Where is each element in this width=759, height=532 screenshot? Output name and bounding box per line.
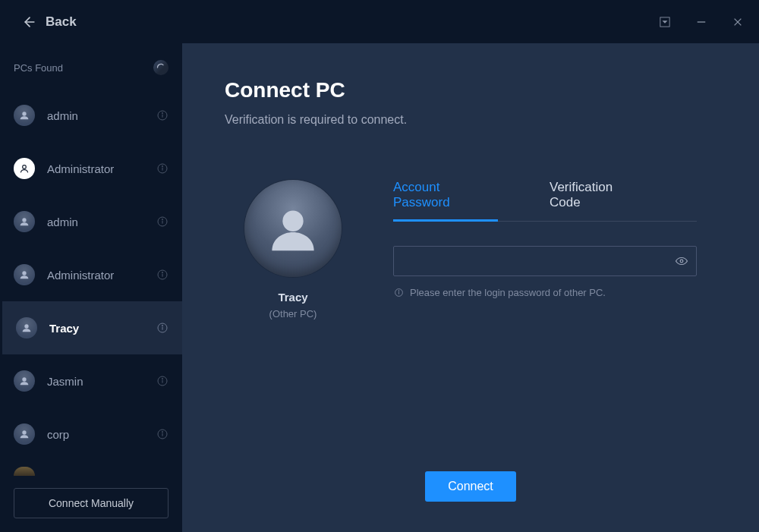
user-avatar-icon	[14, 370, 35, 392]
user-avatar-icon	[14, 211, 35, 232]
profile-avatar-icon	[244, 180, 342, 277]
hint-text: Please enter the login password of other…	[410, 287, 606, 298]
minimize-button[interactable]	[694, 14, 709, 30]
dropdown-icon[interactable]	[657, 14, 672, 30]
user-avatar-icon	[14, 158, 35, 179]
svg-point-8	[162, 112, 162, 113]
window-controls	[657, 14, 745, 30]
sidebar-title: PCs Found	[14, 62, 63, 74]
svg-point-5	[22, 112, 26, 115]
svg-point-25	[22, 377, 26, 381]
info-icon[interactable]	[156, 109, 168, 121]
svg-point-16	[162, 219, 162, 219]
pc-name: Jasmin	[47, 375, 144, 388]
pc-item-partial[interactable]	[0, 461, 182, 482]
pc-item[interactable]: Tracy	[0, 301, 182, 354]
profile-name: Tracy	[278, 291, 307, 304]
arrow-left-icon	[21, 14, 38, 30]
sidebar: PCs Found admin Administrator	[0, 43, 182, 532]
connect-button-row: Connect	[225, 471, 716, 502]
user-avatar-icon	[14, 264, 35, 285]
auth-tabs: Account Password Verification Code	[393, 180, 697, 222]
back-button[interactable]: Back	[21, 14, 77, 30]
user-avatar-icon	[14, 467, 35, 476]
pc-list: admin Administrator admin	[0, 89, 182, 482]
titlebar: Back	[0, 0, 759, 43]
pc-name: admin	[47, 109, 144, 122]
connect-button[interactable]: Connect	[425, 471, 516, 502]
svg-point-37	[398, 291, 399, 291]
sidebar-header: PCs Found	[0, 60, 182, 75]
info-icon[interactable]	[156, 322, 168, 334]
svg-point-29	[22, 430, 26, 434]
info-icon[interactable]	[156, 375, 168, 387]
info-icon[interactable]	[156, 216, 168, 228]
info-icon[interactable]	[156, 162, 168, 175]
svg-point-32	[162, 431, 162, 432]
info-icon[interactable]	[156, 428, 168, 440]
profile-sublabel: (Other PC)	[269, 308, 317, 320]
refresh-icon[interactable]	[153, 60, 168, 75]
info-icon[interactable]	[156, 269, 168, 281]
svg-point-34	[680, 260, 683, 263]
page-title: Connect PC	[225, 78, 716, 102]
toggle-password-visibility-icon[interactable]	[674, 253, 689, 269]
user-avatar-icon	[14, 105, 35, 126]
svg-point-13	[22, 218, 26, 222]
page-subtitle: Verification is required to connect.	[225, 113, 716, 127]
user-avatar-icon	[16, 317, 37, 338]
profile-column: Tracy (Other PC)	[225, 180, 346, 320]
password-input[interactable]	[393, 246, 697, 276]
pc-name: Tracy	[49, 322, 144, 335]
pc-item[interactable]: admin	[0, 195, 182, 248]
tab-verification-code[interactable]: Verification Code	[550, 180, 645, 221]
svg-point-28	[162, 378, 162, 379]
user-avatar-icon	[14, 423, 35, 445]
svg-point-20	[162, 272, 162, 272]
connect-manually-button[interactable]: Connect Manually	[14, 488, 168, 518]
svg-point-17	[22, 271, 26, 275]
close-button[interactable]	[730, 14, 745, 30]
pc-name: Administrator	[47, 162, 144, 175]
pc-item[interactable]: Jasmin	[0, 354, 182, 408]
main-panel: Connect PC Verification is required to c…	[182, 43, 759, 532]
back-label: Back	[46, 14, 77, 30]
sidebar-footer: Connect Manually	[0, 482, 182, 532]
connect-row: Tracy (Other PC) Account Password Verifi…	[225, 180, 716, 320]
password-field	[393, 246, 697, 276]
svg-point-21	[24, 324, 28, 328]
svg-point-33	[282, 211, 303, 231]
pc-name: admin	[47, 216, 144, 228]
pc-name: Administrator	[47, 269, 144, 282]
svg-point-12	[162, 165, 162, 166]
tab-account-password[interactable]: Account Password	[393, 180, 498, 221]
pc-item[interactable]: Administrator	[0, 142, 182, 195]
svg-point-9	[23, 165, 27, 169]
svg-point-24	[162, 325, 162, 326]
pc-item[interactable]: admin	[0, 89, 182, 142]
password-hint: Please enter the login password of other…	[393, 287, 697, 298]
info-icon	[393, 288, 404, 298]
pc-item[interactable]: Administrator	[0, 248, 182, 301]
pc-name: corp	[47, 428, 144, 441]
pc-item[interactable]: corp	[0, 408, 182, 461]
form-column: Account Password Verification Code Pleas…	[393, 180, 697, 298]
